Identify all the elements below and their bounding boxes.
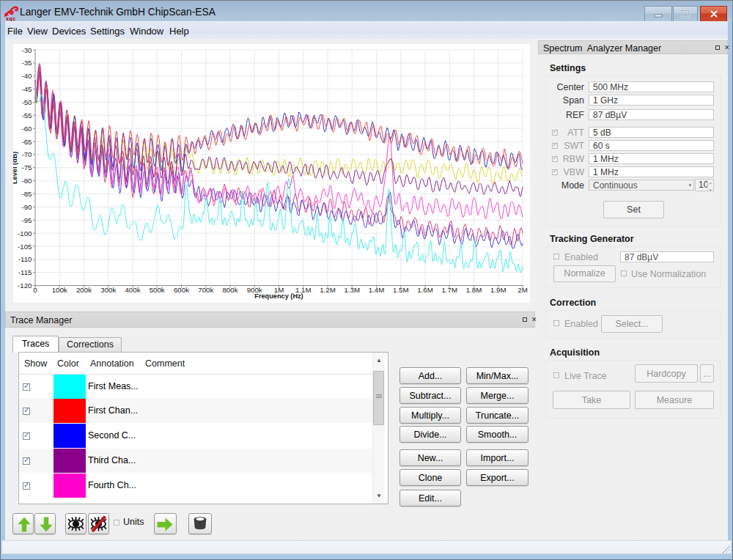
svg-text:800k: 800k bbox=[222, 286, 237, 294]
svg-text:xqc: xqc bbox=[6, 16, 16, 22]
svg-text:1.5M: 1.5M bbox=[393, 286, 409, 294]
svg-text:-100: -100 bbox=[18, 229, 32, 237]
svg-text:-80: -80 bbox=[21, 177, 32, 185]
svg-text:-90: -90 bbox=[21, 203, 32, 211]
svg-text:-70: -70 bbox=[21, 150, 32, 158]
svg-text:1.7M: 1.7M bbox=[441, 286, 457, 294]
svg-text:-85: -85 bbox=[21, 190, 32, 198]
svg-text:200k: 200k bbox=[76, 286, 92, 294]
svg-text:-55: -55 bbox=[21, 111, 32, 119]
svg-text:2M: 2M bbox=[517, 286, 527, 294]
svg-text:-115: -115 bbox=[18, 268, 32, 276]
svg-text:600k: 600k bbox=[174, 286, 189, 294]
svg-text:1.2M: 1.2M bbox=[320, 286, 336, 294]
svg-text:700k: 700k bbox=[198, 286, 213, 294]
svg-text:1.3M: 1.3M bbox=[344, 286, 360, 294]
svg-text:-50: -50 bbox=[21, 98, 32, 106]
svg-text:1.4M: 1.4M bbox=[369, 286, 385, 294]
svg-text:-110: -110 bbox=[18, 255, 32, 263]
svg-text:-95: -95 bbox=[21, 216, 32, 224]
svg-text:-105: -105 bbox=[18, 243, 32, 251]
svg-text:1.9M: 1.9M bbox=[490, 286, 507, 294]
svg-text:-45: -45 bbox=[21, 85, 32, 93]
svg-text:-65: -65 bbox=[21, 138, 32, 146]
svg-text:-40: -40 bbox=[21, 72, 32, 80]
svg-text:-120: -120 bbox=[18, 281, 32, 290]
svg-text:0: 0 bbox=[33, 286, 37, 294]
svg-text:Level (dB): Level (dB) bbox=[13, 152, 19, 184]
svg-text:100k: 100k bbox=[52, 286, 67, 294]
svg-text:400k: 400k bbox=[125, 286, 140, 294]
svg-text:1.6M: 1.6M bbox=[417, 286, 433, 294]
svg-text:500k: 500k bbox=[150, 286, 165, 294]
svg-text:1.8M: 1.8M bbox=[466, 286, 482, 294]
svg-text:-75: -75 bbox=[21, 163, 32, 172]
svg-text:300k: 300k bbox=[100, 286, 116, 294]
svg-text:-60: -60 bbox=[21, 125, 32, 133]
svg-text:Frequency (Hz): Frequency (Hz) bbox=[254, 292, 303, 300]
svg-text:-30: -30 bbox=[21, 46, 32, 54]
svg-text:-35: -35 bbox=[21, 59, 32, 67]
